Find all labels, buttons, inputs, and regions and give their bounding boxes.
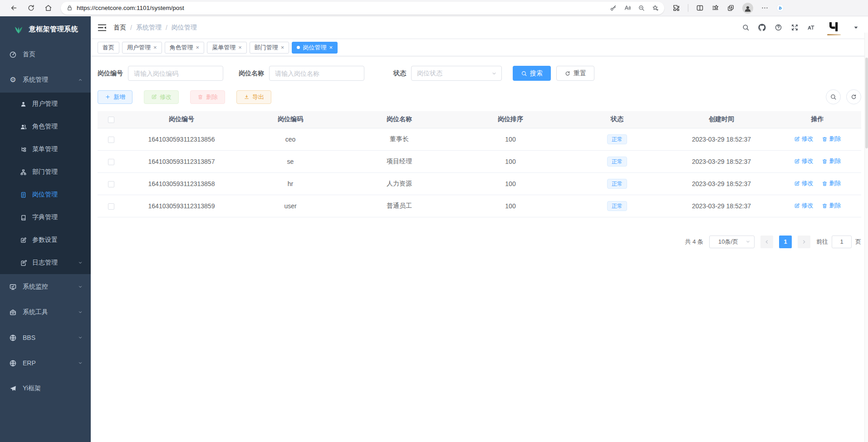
chevron-down-icon bbox=[491, 70, 497, 77]
cell-actions: 修改删除 bbox=[774, 150, 861, 172]
reset-button[interactable]: 重置 bbox=[556, 66, 594, 81]
edit-row-link[interactable]: 修改 bbox=[794, 157, 814, 165]
sidebar-item-log-mgmt[interactable]: 日志管理 bbox=[0, 251, 91, 274]
extensions-icon[interactable] bbox=[672, 4, 680, 12]
text-size-icon[interactable] bbox=[807, 24, 815, 31]
sidebar-item-post-mgmt[interactable]: 岗位管理 bbox=[0, 183, 91, 206]
sidebar-item-home[interactable]: 首页 bbox=[0, 42, 91, 67]
app-logo[interactable]: 意框架管理系统 bbox=[0, 16, 91, 42]
search-button[interactable]: 搜索 bbox=[513, 66, 551, 81]
sidebar-item-system-tools[interactable]: 系统工具 bbox=[0, 300, 91, 325]
close-icon[interactable]: × bbox=[238, 44, 242, 50]
next-page-button[interactable] bbox=[798, 236, 810, 248]
sidebar-item-bbs[interactable]: BBS bbox=[0, 325, 91, 350]
log-icon bbox=[20, 260, 27, 266]
row-checkbox[interactable] bbox=[108, 181, 114, 187]
cell-created_at: 2023-03-29 18:52:37 bbox=[669, 172, 774, 195]
delete-row-link[interactable]: 删除 bbox=[822, 135, 841, 143]
page-size-select[interactable]: 10条/页 bbox=[709, 236, 755, 248]
tab-groups-icon[interactable] bbox=[727, 4, 735, 12]
browser-back-button[interactable] bbox=[6, 2, 21, 15]
sidebar-item-user-mgmt[interactable]: 用户管理 bbox=[0, 93, 91, 115]
read-aloud-icon[interactable] bbox=[624, 5, 631, 11]
post-name-input[interactable] bbox=[269, 66, 364, 81]
prev-page-button[interactable] bbox=[760, 236, 773, 248]
edit-row-link[interactable]: 修改 bbox=[794, 179, 814, 187]
delete-button[interactable]: 删除 bbox=[190, 90, 225, 104]
favorites-bar-icon[interactable] bbox=[711, 4, 719, 12]
scrollbar-thumb[interactable] bbox=[865, 58, 868, 148]
status-select[interactable]: 岗位状态 bbox=[411, 66, 502, 81]
sidebar-item-dict-mgmt[interactable]: 字典管理 bbox=[0, 206, 91, 229]
row-checkbox[interactable] bbox=[108, 137, 114, 143]
dashboard-icon bbox=[9, 51, 17, 59]
select-all-checkbox[interactable] bbox=[108, 117, 114, 123]
user-avatar[interactable] bbox=[827, 20, 841, 35]
cell-status: 正常 bbox=[565, 195, 669, 217]
sidebar-item-param-settings[interactable]: 参数设置 bbox=[0, 229, 91, 251]
browser-profile-avatar[interactable] bbox=[742, 3, 753, 14]
copilot-bing-icon[interactable]: b bbox=[776, 4, 784, 12]
sidebar-item-dept-mgmt[interactable]: 部门管理 bbox=[0, 161, 91, 183]
page-scrollbar[interactable] bbox=[864, 33, 868, 442]
refresh-table-button[interactable] bbox=[846, 89, 861, 104]
row-checkbox[interactable] bbox=[108, 203, 114, 210]
sidebar-item-menu-mgmt[interactable]: 菜单管理 bbox=[0, 138, 91, 161]
fullscreen-icon[interactable] bbox=[791, 24, 799, 31]
close-icon[interactable]: × bbox=[153, 44, 157, 50]
add-button[interactable]: 新增 bbox=[98, 90, 132, 104]
tab-岗位管理[interactable]: 岗位管理× bbox=[292, 42, 338, 54]
app-title: 意框架管理系统 bbox=[29, 25, 78, 34]
zoom-out-icon[interactable] bbox=[638, 5, 645, 11]
edit-button-label: 修改 bbox=[160, 93, 172, 101]
sidebar-item-role-mgmt[interactable]: 角色管理 bbox=[0, 115, 91, 138]
browser-home-button[interactable] bbox=[41, 2, 55, 15]
password-key-icon[interactable] bbox=[610, 5, 617, 11]
url-text[interactable]: https://ccnetcore.com:1101/system/post bbox=[77, 5, 606, 11]
sidebar-item-system-monitor[interactable]: 系统监控 bbox=[0, 274, 91, 300]
edit-button[interactable]: 修改 bbox=[144, 90, 179, 104]
tab-首页[interactable]: 首页 bbox=[98, 42, 119, 54]
tab-label: 角色管理 bbox=[170, 44, 193, 52]
delete-row-link[interactable]: 删除 bbox=[822, 157, 841, 165]
menu-fold-icon[interactable] bbox=[97, 23, 107, 33]
close-icon[interactable]: × bbox=[196, 44, 200, 50]
sidebar-item-system-mgmt[interactable]: ⚙系统管理 bbox=[0, 67, 91, 93]
browser-refresh-button[interactable] bbox=[24, 2, 38, 15]
breadcrumb-item[interactable]: 首页 bbox=[113, 24, 126, 32]
export-button[interactable]: 导出 bbox=[236, 90, 271, 104]
tab-部门管理[interactable]: 部门管理× bbox=[250, 42, 289, 54]
sidebar-item-yi-framework[interactable]: Yi框架 bbox=[0, 376, 91, 401]
header-search-icon[interactable] bbox=[742, 24, 750, 31]
delete-row-link[interactable]: 删除 bbox=[822, 179, 841, 187]
cell-sort: 100 bbox=[456, 195, 565, 217]
edit-row-link[interactable]: 修改 bbox=[794, 201, 814, 210]
chevron-down-icon bbox=[78, 335, 83, 340]
add-favorite-icon[interactable] bbox=[652, 5, 659, 11]
tab-菜单管理[interactable]: 菜单管理× bbox=[207, 42, 247, 54]
tab-角色管理[interactable]: 角色管理× bbox=[165, 42, 205, 54]
cell-actions: 修改删除 bbox=[774, 128, 861, 150]
browser-settings-icon[interactable] bbox=[761, 4, 769, 12]
page-number-1[interactable]: 1 bbox=[779, 236, 792, 248]
submenu-system-mgmt: 用户管理角色管理菜单管理部门管理岗位管理字典管理参数设置日志管理 bbox=[0, 93, 91, 274]
page-unit-label: 页 bbox=[855, 238, 861, 246]
edit-row-link[interactable]: 修改 bbox=[794, 135, 814, 143]
github-icon[interactable] bbox=[758, 24, 766, 31]
post-code-input[interactable] bbox=[128, 66, 223, 81]
sidebar-item-erp[interactable]: ERP bbox=[0, 350, 91, 376]
row-checkbox[interactable] bbox=[108, 159, 114, 165]
browser-actions: b bbox=[670, 3, 787, 14]
goto-page-input[interactable] bbox=[832, 236, 852, 248]
close-icon[interactable]: × bbox=[329, 44, 333, 50]
split-screen-icon[interactable] bbox=[696, 4, 704, 12]
address-bar[interactable]: https://ccnetcore.com:1101/system/post bbox=[61, 2, 664, 15]
close-icon[interactable]: × bbox=[281, 44, 284, 50]
help-icon[interactable] bbox=[775, 24, 782, 31]
sidebar-item-label: 部门管理 bbox=[32, 168, 58, 176]
delete-row-link[interactable]: 删除 bbox=[822, 201, 841, 210]
toggle-search-button[interactable] bbox=[826, 89, 841, 104]
user-menu-caret-icon[interactable] bbox=[852, 24, 860, 31]
breadcrumb-separator: / bbox=[166, 24, 167, 31]
tab-用户管理[interactable]: 用户管理× bbox=[122, 42, 162, 54]
